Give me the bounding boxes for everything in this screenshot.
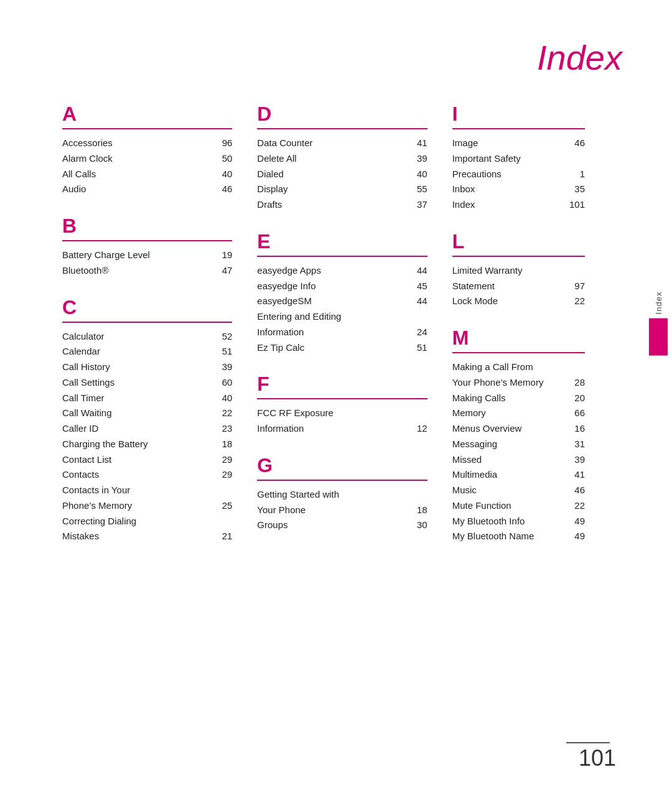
list-item: Dialed40 [257, 167, 427, 182]
section-G: G Getting Started withYour Phone 18 Grou… [257, 454, 427, 533]
section-F: F FCC RF ExposureInformation 12 [257, 373, 427, 437]
section-B: B Battery Charge Level19 Bluetooth®47 [62, 215, 232, 279]
section-I: I Image46 Important SafetyPrecautions 1 … [452, 103, 585, 213]
page-container: Index A Accessories96 Alarm Clock50 All … [0, 0, 672, 790]
index-grid: A Accessories96 Alarm Clock50 All Calls4… [62, 103, 622, 562]
letter-B: B [62, 215, 232, 238]
list-item: easyedge Info45 [257, 279, 427, 294]
section-C: C Calculator52 Calendar51 Call History39… [62, 296, 232, 545]
list-item: Entering and EditingInformation 24 [257, 309, 427, 340]
list-item: Index101 [452, 197, 585, 213]
list-item: Limited WarrantyStatement 97 [452, 263, 585, 294]
letter-M: M [452, 327, 585, 350]
list-item: Mute Function22 [452, 498, 585, 514]
list-item: Call Settings60 [62, 375, 232, 391]
list-item: Music46 [452, 483, 585, 498]
page-number: 101 [579, 745, 616, 771]
list-item: Calendar51 [62, 344, 232, 360]
list-item: Missed39 [452, 452, 585, 468]
list-item: easyedge Apps44 [257, 263, 427, 279]
side-tab-label: Index [654, 292, 663, 315]
list-item: Data Counter41 [257, 136, 427, 151]
list-item: easyedgeSM44 [257, 294, 427, 309]
section-A: A Accessories96 Alarm Clock50 All Calls4… [62, 103, 232, 197]
letter-F: F [257, 373, 427, 396]
list-item: My Bluetooth Info49 [452, 514, 585, 529]
letter-E: E [257, 230, 427, 253]
page-title: Index [62, 37, 622, 78]
list-item: Image46 [452, 136, 585, 151]
bottom-rule [566, 742, 610, 743]
list-item: Call Waiting22 [62, 406, 232, 421]
list-item: Contacts29 [62, 467, 232, 483]
section-M: M Making a Call FromYour Phone’s Memory … [452, 327, 585, 544]
list-item: Calculator52 [62, 329, 232, 345]
list-item: Lock Mode22 [452, 294, 585, 309]
list-item: Making Calls20 [452, 391, 585, 406]
list-item: Multimedia41 [452, 467, 585, 483]
list-item: Alarm Clock50 [62, 151, 232, 167]
list-item: Ez Tip Calc51 [257, 340, 427, 356]
list-item: Correcting DialingMistakes 21 [62, 514, 232, 545]
list-item: Contact List29 [62, 452, 232, 468]
list-item: Important SafetyPrecautions 1 [452, 151, 585, 182]
list-item: Groups30 [257, 518, 427, 533]
side-tab: Index [645, 292, 672, 356]
list-item: Accessories96 [62, 136, 232, 151]
list-item: Battery Charge Level19 [62, 248, 232, 263]
column-2: D Data Counter41 Delete All39 Dialed40 D… [257, 103, 427, 562]
list-item: All Calls40 [62, 167, 232, 182]
letter-D: D [257, 103, 427, 126]
list-item: Menus Overview16 [452, 421, 585, 437]
section-L: L Limited WarrantyStatement 97 Lock Mode… [452, 230, 585, 309]
section-D: D Data Counter41 Delete All39 Dialed40 D… [257, 103, 427, 213]
list-item: Getting Started withYour Phone 18 [257, 487, 427, 518]
list-item: Audio46 [62, 182, 232, 197]
list-item: Memory66 [452, 406, 585, 421]
list-item: Making a Call FromYour Phone’s Memory 28 [452, 360, 585, 391]
list-item: Charging the Battery18 [62, 437, 232, 452]
list-item: Contacts in YourPhone’s Memory 25 [62, 483, 232, 514]
letter-L: L [452, 230, 585, 253]
letter-A: A [62, 103, 232, 126]
list-item: My Bluetooth Name49 [452, 529, 585, 544]
list-item: Drafts37 [257, 197, 427, 213]
list-item: Delete All39 [257, 151, 427, 167]
list-item: Caller ID23 [62, 421, 232, 437]
letter-I: I [452, 103, 585, 126]
list-item: Display55 [257, 182, 427, 197]
list-item: Call Timer40 [62, 391, 232, 406]
list-item: Bluetooth®47 [62, 263, 232, 279]
list-item: Messaging31 [452, 437, 585, 452]
column-3: I Image46 Important SafetyPrecautions 1 … [452, 103, 622, 562]
section-E: E easyedge Apps44 easyedge Info45 easyed… [257, 230, 427, 356]
side-tab-bar [649, 318, 668, 355]
list-item: FCC RF ExposureInformation 12 [257, 406, 427, 437]
letter-C: C [62, 296, 232, 319]
letter-G: G [257, 454, 427, 477]
list-item: Inbox35 [452, 182, 585, 197]
list-item: Call History39 [62, 360, 232, 375]
column-1: A Accessories96 Alarm Clock50 All Calls4… [62, 103, 232, 562]
